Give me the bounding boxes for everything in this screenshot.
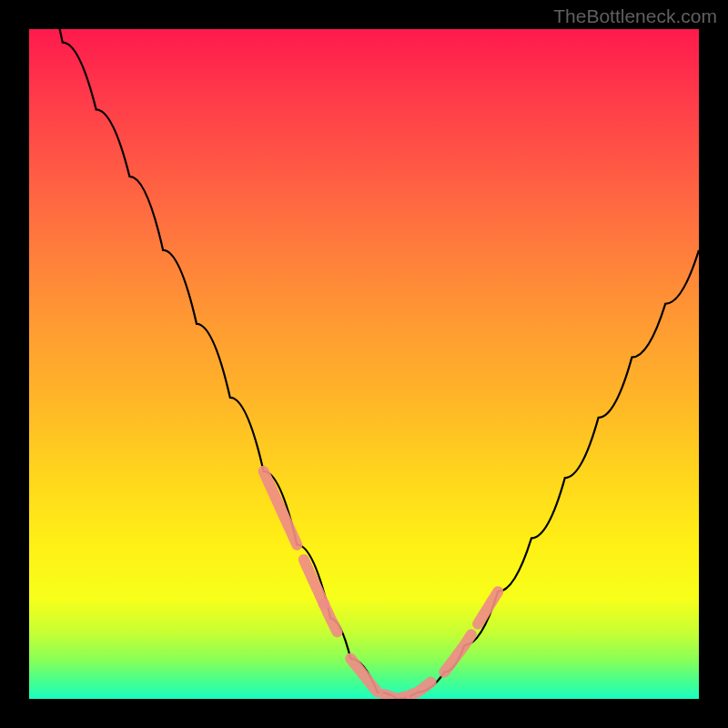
chart-frame: TheBottleneck.com [0, 0, 728, 728]
highlight-segment [411, 682, 431, 695]
highlight-segment [324, 604, 338, 632]
highlight-segment [384, 694, 404, 699]
plot-area [29, 29, 699, 699]
watermark-text: TheBottleneck.com [553, 5, 717, 27]
highlight-segment [264, 471, 298, 545]
highlight-segment [444, 634, 471, 672]
bottleneck-curve [29, 29, 699, 699]
highlight-segment [350, 659, 377, 693]
curve-path [29, 29, 699, 699]
curve-highlight-segments [264, 471, 499, 699]
